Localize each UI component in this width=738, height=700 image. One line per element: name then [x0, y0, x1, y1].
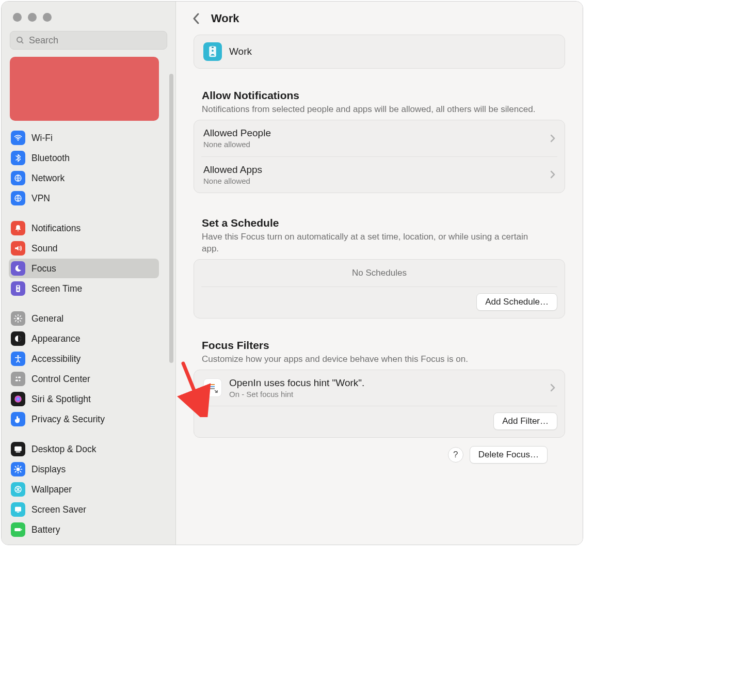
notifications-desc: Notifications from selected people and a…	[202, 104, 542, 116]
help-button[interactable]: ?	[448, 447, 463, 463]
svg-line-23	[20, 466, 21, 467]
sidebar-item-label: Battery	[31, 524, 60, 535]
search-icon	[15, 36, 25, 45]
sidebar-item-battery[interactable]: Battery	[9, 520, 159, 539]
svg-line-24	[15, 471, 16, 472]
allowed-apps-row[interactable]: Allowed Apps None allowed	[201, 156, 557, 193]
delete-focus-button[interactable]: Delete Focus…	[470, 446, 548, 464]
svg-point-16	[17, 468, 20, 471]
focus-name-card[interactable]: Work	[194, 35, 565, 69]
schedule-card: No Schedules Add Schedule…	[194, 259, 565, 319]
svg-point-9	[16, 377, 18, 378]
sidebar-item-privacy-security[interactable]: Privacy & Security	[9, 409, 159, 429]
focus-badge-icon	[203, 42, 222, 61]
zoom-window-button[interactable]	[43, 13, 52, 22]
sidebar-item-label: Appearance	[31, 333, 80, 344]
sidebar-item-label: Privacy & Security	[31, 414, 105, 425]
close-window-button[interactable]	[13, 13, 22, 22]
dock-icon	[11, 442, 25, 456]
apple-id-account-block[interactable]	[10, 57, 159, 121]
sidebar-item-label: Notifications	[31, 223, 81, 234]
sidebar-item-label: Wi-Fi	[31, 133, 53, 144]
sidebar-item-label: Wallpaper	[31, 484, 72, 495]
svg-rect-28	[14, 528, 21, 531]
settings-window: Wi-FiBluetoothNetworkVPNNotificationsSou…	[1, 1, 583, 545]
sidebar-item-label: General	[31, 313, 63, 324]
sidebar-item-label: Network	[31, 173, 65, 184]
schedule-title: Set a Schedule	[202, 217, 563, 229]
sidebar-item-label: Desktop & Dock	[31, 444, 96, 455]
sidebar-list: Wi-FiBluetoothNetworkVPNNotificationsSou…	[9, 128, 170, 539]
sidebar-item-label: Accessibility	[31, 354, 81, 364]
gear-icon	[11, 311, 25, 326]
search-input[interactable]	[29, 35, 162, 46]
sidebar-item-wi-fi[interactable]: Wi-Fi	[9, 128, 159, 148]
page-footer-actions: ? Delete Focus…	[194, 438, 565, 464]
svg-rect-14	[14, 447, 22, 451]
sidebar-item-label: Siri & Spotlight	[31, 394, 91, 405]
minimize-window-button[interactable]	[28, 13, 37, 22]
batt-icon	[11, 522, 25, 537]
sidebar-item-vpn[interactable]: VPN	[9, 188, 159, 208]
sidebar-item-siri-spotlight[interactable]: Siri & Spotlight	[9, 389, 159, 409]
titlebar: Work	[176, 2, 583, 29]
search-field[interactable]	[10, 31, 167, 50]
page-title: Work	[211, 12, 239, 25]
sidebar-item-accessibility[interactable]: Accessibility	[9, 349, 159, 369]
filters-title: Focus Filters	[202, 339, 563, 352]
bell-icon	[11, 221, 25, 235]
focus-filter-sub: On - Set focus hint	[229, 390, 364, 399]
svg-rect-33	[208, 384, 215, 385]
acc-icon	[11, 352, 25, 366]
svg-rect-27	[17, 512, 20, 513]
add-filter-button[interactable]: Add Filter…	[493, 412, 557, 430]
sidebar-item-appearance[interactable]: Appearance	[9, 329, 159, 348]
svg-line-21	[15, 466, 16, 467]
sidebar-item-label: Screen Time	[31, 283, 82, 294]
hour-icon	[11, 281, 25, 296]
svg-point-2	[18, 139, 19, 140]
globe-icon	[11, 171, 25, 185]
schedule-desc: Have this Focus turn on automatically at…	[202, 231, 542, 255]
sidebar-item-wallpaper[interactable]: Wallpaper	[9, 480, 159, 499]
notifications-title: Allow Notifications	[202, 89, 563, 102]
appear-icon	[11, 331, 25, 346]
focus-filter-title: OpenIn uses focus hint "Work".	[229, 377, 364, 389]
back-button[interactable]	[188, 11, 204, 26]
filters-section-header: Focus Filters Customize how your apps an…	[194, 339, 565, 370]
schedule-empty: No Schedules	[194, 260, 565, 287]
sidebar-item-displays[interactable]: Displays	[9, 459, 159, 479]
focus-filter-row[interactable]: OpenIn uses focus hint "Work". On - Set …	[194, 370, 565, 406]
sidebar-item-sound[interactable]: Sound	[9, 238, 159, 258]
disp-icon	[11, 462, 25, 476]
sidebar-item-screen-time[interactable]: Screen Time	[9, 279, 159, 298]
svg-point-0	[17, 37, 22, 42]
sidebar-item-screen-saver[interactable]: Screen Saver	[9, 500, 159, 519]
sidebar-item-network[interactable]: Network	[9, 168, 159, 188]
main-pane: Work Work Allow Notifications Notifi	[176, 2, 583, 545]
svg-rect-29	[21, 529, 22, 531]
sidebar-scrollbar[interactable]	[169, 74, 173, 363]
svg-line-22	[20, 471, 21, 472]
sidebar-item-general[interactable]: General	[9, 309, 159, 328]
siri-icon	[11, 392, 25, 406]
svg-rect-15	[16, 452, 21, 453]
sidebar-item-desktop-dock[interactable]: Desktop & Dock	[9, 439, 159, 459]
allowed-apps-title: Allowed Apps	[203, 164, 262, 176]
allowed-people-row[interactable]: Allowed People None allowed	[194, 120, 565, 156]
sidebar-item-control-center[interactable]: Control Center	[9, 369, 159, 389]
cc-icon	[11, 372, 25, 386]
svg-rect-31	[211, 46, 214, 48]
sidebar-item-focus[interactable]: Focus	[9, 259, 159, 278]
sidebar-item-bluetooth[interactable]: Bluetooth	[9, 148, 159, 168]
chevron-right-icon	[550, 170, 555, 179]
ss-icon	[11, 502, 25, 517]
wifi-icon	[11, 131, 25, 145]
sidebar-item-label: Displays	[31, 464, 66, 475]
svg-point-32	[211, 50, 214, 52]
window-controls	[9, 11, 170, 31]
sidebar-item-notifications[interactable]: Notifications	[9, 218, 159, 238]
sidebar-item-label: Sound	[31, 243, 58, 254]
allowed-apps-sub: None allowed	[203, 177, 262, 185]
add-schedule-button[interactable]: Add Schedule…	[476, 293, 557, 311]
